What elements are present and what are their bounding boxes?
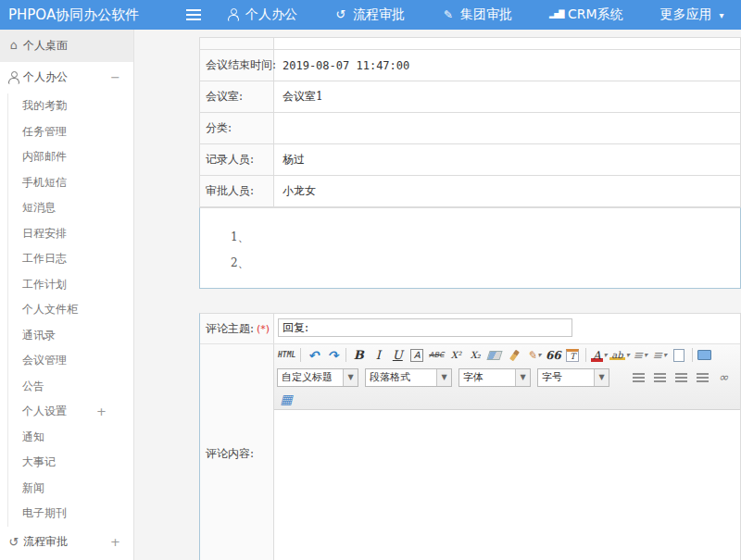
align-right-icon[interactable]	[672, 369, 691, 386]
toolbar-separator	[692, 348, 693, 362]
sidebar-item-label: 公告	[22, 379, 44, 394]
superscript-icon[interactable]: X²	[446, 347, 466, 364]
sidebar-item-personal-desktop[interactable]: ⌂ 个人桌面	[0, 30, 133, 62]
paste-from-word-icon[interactable]: T	[563, 347, 583, 364]
sidebar-item-label: 短消息	[22, 200, 56, 216]
sidebar-item-my-attendance[interactable]: 我的考勤	[7, 93, 133, 119]
sidebar-item-news[interactable]: 新闻	[7, 476, 133, 502]
expand-toggle-icon[interactable]: +	[110, 535, 120, 549]
new-document-icon[interactable]	[670, 347, 689, 364]
dropdown-caret-icon: ▾	[626, 351, 630, 359]
insert-table-icon[interactable]: ▦	[277, 391, 296, 407]
person-icon	[7, 71, 20, 84]
sidebar-item-workflow-approval[interactable]: ↺ 流程审批 +	[0, 527, 133, 559]
field-label: 会议结束时间:	[200, 50, 274, 81]
chevron-down-icon: ▾	[720, 10, 724, 20]
underline-icon[interactable]: U	[388, 347, 408, 364]
sidebar-item-e-journal[interactable]: 电子期刊	[7, 501, 133, 527]
format-painter-icon[interactable]: ✎▾	[524, 347, 544, 364]
undo-icon[interactable]: ↶	[304, 347, 323, 364]
sidebar-item-mobile-sms[interactable]: 手机短信	[7, 170, 133, 196]
blockquote-icon[interactable]: 66	[544, 347, 563, 364]
sidebar-item-notice[interactable]: 通知	[7, 425, 133, 451]
fullscreen-icon[interactable]	[696, 347, 715, 364]
sidebar-item-task-management[interactable]: 任务管理	[7, 119, 133, 145]
sidebar-item-internal-mail[interactable]: 内部邮件	[7, 144, 133, 170]
content-line: 2、	[231, 250, 740, 276]
link-icon[interactable]: ∞	[714, 369, 734, 386]
heading-select[interactable]: 自定义标题 ▼	[277, 368, 358, 387]
comment-section: 评论主题: (*) 评论内容: HTML	[199, 313, 741, 560]
dropdown-arrow-icon: ▼	[436, 369, 451, 386]
nav-group-approval[interactable]: ✎ 集团审批	[442, 6, 520, 23]
editor-content[interactable]	[274, 410, 740, 560]
toolbar-row-2: 自定义标题 ▼ 段落格式 ▼ 字体 ▼ 字号	[277, 365, 737, 390]
field-value: 杨过	[274, 144, 740, 175]
sidebar-item-short-message[interactable]: 短消息	[7, 195, 133, 221]
bold-icon[interactable]: B	[349, 347, 369, 364]
field-value: 小龙女	[274, 176, 740, 206]
ordered-list-icon[interactable]: ≡▾	[631, 347, 650, 364]
sidebar-item-label: 电子期刊	[22, 505, 67, 521]
italic-icon[interactable]: I	[369, 347, 388, 364]
expand-toggle-icon[interactable]: −	[110, 70, 120, 84]
sidebar-item-major-events[interactable]: 大事记	[7, 450, 133, 476]
dropdown-arrow-icon: ▼	[343, 369, 358, 386]
sidebar: ⌂ 个人桌面 个人办公 − 我的考勤 任务管理 内部邮件 手机短信 短消息	[0, 30, 134, 560]
nav-crm-system[interactable]: ▂▅█ CRM系统	[549, 6, 631, 23]
comment-subject-label: 评论主题: (*)	[200, 314, 274, 343]
align-left-icon[interactable]	[629, 369, 648, 386]
quick-format-icon[interactable]	[505, 347, 524, 364]
font-family-select[interactable]: 字体 ▼	[458, 368, 531, 387]
sidebar-item-work-plan[interactable]: 工作计划	[7, 272, 133, 298]
expand-toggle-icon[interactable]: +	[96, 404, 107, 418]
unlink-icon[interactable]: ∞	[735, 369, 741, 386]
unordered-list-icon[interactable]: ≡▾	[650, 347, 670, 364]
table-row: 会议室: 会议室1	[200, 81, 740, 113]
strikethrough-icon[interactable]: ABC	[427, 347, 446, 364]
paragraph-format-select[interactable]: 段落格式 ▼	[365, 368, 452, 387]
home-icon: ⌂	[7, 39, 20, 52]
comment-content-label: 评论内容:	[200, 344, 274, 560]
dropdown-caret-icon: ▾	[537, 351, 541, 359]
nav-workflow-approval[interactable]: ↺ 流程审批	[334, 6, 412, 23]
subject-input[interactable]	[278, 318, 572, 337]
redo-icon[interactable]: ↷	[323, 347, 343, 364]
sidebar-item-work-log[interactable]: 工作日志	[7, 246, 133, 272]
nav-label: 更多应用	[660, 6, 712, 23]
html-source-button[interactable]: HTML	[277, 347, 297, 364]
sidebar-item-label: 工作计划	[22, 277, 67, 292]
eraser-icon[interactable]	[485, 347, 505, 364]
sidebar-item-personal-office[interactable]: 个人办公 −	[0, 62, 133, 94]
sidebar-item-personal-files[interactable]: 个人文件柜	[7, 297, 133, 323]
sidebar-item-label: 手机短信	[22, 175, 67, 191]
justify-icon[interactable]	[693, 369, 712, 386]
bar-chart-icon: ▂▅█	[549, 8, 562, 21]
app-window: PHPOA协同办公软件 个人办公 ↺ 流程审批 ✎ 集团审批 ▂▅█ CRM系统	[0, 0, 741, 560]
font-size-select[interactable]: 字号 ▼	[537, 368, 609, 387]
table-row: 会议结束时间: 2019-08-07 11:47:00	[200, 50, 740, 81]
subscript-icon[interactable]: X₂	[466, 347, 485, 364]
sidebar-item-label: 工作日志	[22, 251, 67, 267]
align-center-icon[interactable]	[650, 369, 670, 386]
field-label: 会议室:	[200, 81, 274, 112]
font-color-icon[interactable]: A▾	[589, 347, 609, 364]
top-header: PHPOA协同办公软件 个人办公 ↺ 流程审批 ✎ 集团审批 ▂▅█ CRM系统	[0, 0, 741, 30]
font-style-icon[interactable]: A	[408, 347, 427, 364]
nav-personal-office[interactable]: 个人办公	[227, 6, 305, 23]
sidebar-item-meeting-management[interactable]: 会议管理	[7, 348, 133, 374]
sidebar-item-label: 大事记	[22, 454, 56, 470]
sidebar-item-label: 流程审批	[23, 534, 68, 550]
nav-more-apps[interactable]: 更多应用 ▾	[660, 6, 724, 23]
sidebar-item-schedule[interactable]: 日程安排	[7, 221, 133, 247]
sidebar-item-personal-settings[interactable]: 个人设置 +	[7, 399, 133, 425]
table-row: 记录人员: 杨过	[200, 144, 740, 176]
sidebar-item-label: 个人文件柜	[22, 302, 78, 317]
sidebar-item-announcement[interactable]: 公告	[7, 374, 133, 400]
meeting-content-box: 1、2、	[199, 207, 741, 289]
hamburger-menu-icon[interactable]	[186, 9, 201, 11]
highlight-color-icon[interactable]: ab▾	[609, 347, 630, 364]
sidebar-item-contacts[interactable]: 通讯录	[7, 323, 133, 349]
toolbar-separator	[345, 348, 346, 362]
sidebar-item-label: 内部邮件	[22, 149, 67, 165]
